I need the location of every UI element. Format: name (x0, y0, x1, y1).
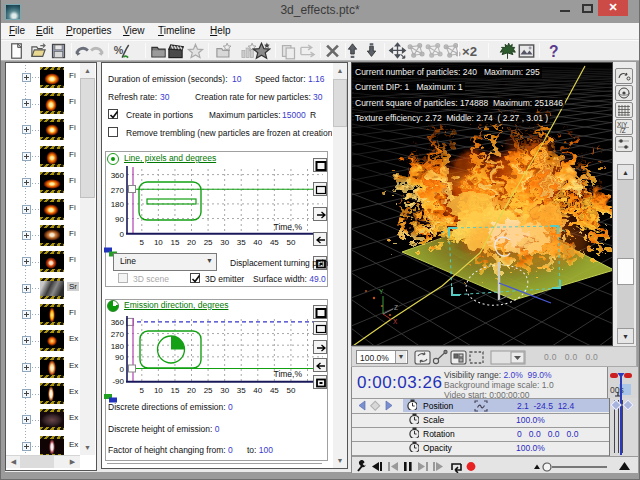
svg-text:90: 90 (115, 215, 124, 224)
svg-text:-90: -90 (112, 377, 124, 386)
svg-text:20: 20 (187, 238, 196, 247)
svg-text:Time,%: Time,% (274, 369, 303, 379)
svg-text:360: 360 (111, 318, 125, 327)
svg-text:180: 180 (111, 200, 125, 209)
svg-text:30: 30 (220, 238, 229, 247)
svg-text:5: 5 (140, 386, 145, 395)
svg-text:20: 20 (187, 386, 196, 395)
svg-text:Time,%: Time,% (274, 222, 303, 232)
svg-text:5: 5 (140, 238, 145, 247)
svg-text:45: 45 (270, 238, 279, 247)
svg-text:%: % (114, 44, 124, 56)
svg-text:35: 35 (237, 238, 246, 247)
svg-text:90: 90 (115, 353, 124, 362)
svg-text:Z: Z (394, 304, 398, 311)
svg-text:Y: Y (379, 288, 384, 295)
svg-text:25: 25 (204, 238, 213, 247)
svg-text:10: 10 (154, 386, 163, 395)
svg-text:/Z: /Z (620, 127, 626, 134)
svg-text:270: 270 (111, 330, 125, 339)
svg-text:360: 360 (111, 171, 125, 180)
svg-text:?: ? (549, 43, 559, 60)
svg-text:15: 15 (170, 238, 179, 247)
svg-text:×2: ×2 (462, 44, 477, 59)
svg-text:X: X (393, 318, 398, 325)
svg-text:40: 40 (253, 386, 262, 395)
svg-text:35: 35 (237, 386, 246, 395)
svg-text:50: 50 (286, 238, 295, 247)
svg-text:15: 15 (170, 386, 179, 395)
svg-text:180: 180 (111, 342, 125, 351)
svg-text:0: 0 (120, 230, 125, 239)
svg-text:45: 45 (270, 386, 279, 395)
svg-text:10: 10 (154, 238, 163, 247)
svg-text:270: 270 (111, 186, 125, 195)
svg-text:0: 0 (120, 365, 125, 374)
svg-text:30: 30 (220, 386, 229, 395)
svg-text:25: 25 (204, 386, 213, 395)
svg-text:40: 40 (253, 238, 262, 247)
svg-text:50: 50 (286, 386, 295, 395)
